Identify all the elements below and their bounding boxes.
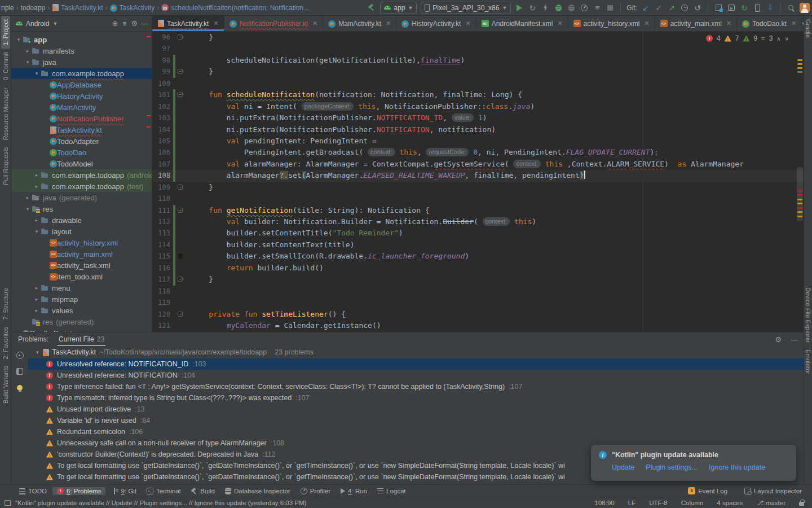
stripe-mark[interactable] [797,199,802,200]
tree-collapsed-arrow-icon[interactable]: ▸ [33,183,41,189]
code-line-116[interactable]: 116 return builder.build() [152,262,804,274]
tree-item-com-example-todoapp[interactable]: ▸com.example.todoapp(test) [11,181,152,192]
close-icon[interactable]: ✕ [465,20,470,27]
breadcrumb-item[interactable]: mscheduleNotificaiton(notification: Noti… [161,4,309,12]
gutter-line-number[interactable]: 98 [152,55,171,66]
editor-tab-taskactivity-kt[interactable]: TaskActivity.kt✕ [152,16,224,31]
toolwindow-button-gradle[interactable]: Gradle [804,16,812,41]
code-line-103[interactable]: 103 ni.putExtra(NotificationPublisher.NO… [152,112,804,124]
fold-marker-icon[interactable]: – [178,312,183,317]
stripe-mark[interactable] [797,59,802,61]
tree-item-com-example-todoapp[interactable]: ▸com.example.todoapp(androidTest) [11,169,152,181]
gutter-fold-area[interactable] [175,170,186,181]
code-line-98[interactable]: 98 scheduleNotificaiton(getNotification(… [152,55,804,66]
toolwindow-button-profiler[interactable]: Profiler [296,487,335,495]
code-line-104[interactable]: 104 ni.putExtra(NotificationPublisher.NO… [152,124,804,135]
code-line-121[interactable]: 121 myCalendar = Calendar.getInstance() [152,320,804,331]
editor-tab-activity-main-xml[interactable]: <>activity_main.xml✕ [655,16,738,31]
tree-item-mipmap[interactable]: ▸mipmap [11,294,152,305]
gutter-line-number[interactable]: 113 [152,227,171,239]
tree-item-activity-main-xml[interactable]: <>activity_main.xml [11,248,152,260]
toolwindow-button-pull-requests[interactable]: Pull Requests [1,143,10,189]
tree-item-java[interactable]: ▸java(generated) [11,192,152,203]
layout-inspector-icon[interactable] [714,2,723,14]
tree-item-menu[interactable]: ▸menu [11,282,152,294]
stripe-mark[interactable] [797,63,802,65]
code-line-109[interactable]: 109– } [152,182,804,193]
notification-action-update[interactable]: Update [612,463,634,471]
tree-item-drawable[interactable]: ▸drawable [11,214,152,226]
toolwindow-button-database-inspector[interactable]: Database Inspector [220,487,295,495]
gutter-line-number[interactable]: 101 [152,89,171,100]
tree-collapsed-arrow-icon[interactable]: ▸ [33,217,41,223]
apply-changes-icon[interactable]: ↻ [528,2,537,14]
apply-code-changes-icon[interactable] [541,2,550,14]
code-line-101[interactable]: 101– fun scheduleNotificaiton(notificati… [152,89,804,100]
chevron-down-icon[interactable]: ▼ [52,21,58,27]
error-stripe[interactable] [796,32,804,332]
attach-debugger-icon[interactable]: ≡ [593,2,602,14]
gear-icon[interactable]: ⚙ [775,335,782,344]
stripe-mark[interactable] [797,207,802,209]
fold-marker-icon[interactable]: – [178,92,183,97]
gutter-line-number[interactable]: 115 [152,251,171,262]
close-icon[interactable]: ✕ [312,20,317,27]
project-view-selector[interactable]: Android [26,20,49,28]
fold-marker-icon[interactable]: – [178,277,183,282]
toolwindow-button-9--git[interactable]: 9: Git [107,487,141,495]
gutter-fold-area[interactable] [175,78,186,89]
gutter-fold-area[interactable] [175,55,186,66]
toolwindow-button-terminal[interactable]: Terminal [142,487,185,495]
inspection-filter-icon[interactable] [16,352,24,359]
indent-setting[interactable]: 4 spaces [717,500,743,506]
git-update-icon[interactable]: ↙ [641,2,650,14]
toolwindow-button-event-log[interactable]: 6Event Log [683,487,732,495]
tree-item-historyactivity[interactable]: HistoryActivity [11,90,152,102]
collapse-all-icon[interactable]: ⌆ [121,19,127,28]
editor-tab-activity-history-xml[interactable]: <>activity_history.xml✕ [568,16,655,31]
gutter-fold-area[interactable] [175,320,186,331]
fold-marker-icon[interactable]: – [178,34,183,40]
editor-tab-tododao-kt[interactable]: TodoDao.kt✕ [737,16,802,31]
gutter-fold-area[interactable]: – [175,89,186,100]
gutter-fold-area[interactable]: – [175,205,186,216]
quick-fix-bulb-icon[interactable] [17,385,23,391]
device-manager-icon[interactable] [753,2,762,14]
stripe-mark[interactable] [797,71,802,73]
toolwindow-button----commit[interactable]: 0: Commit [1,49,10,84]
code-line-105[interactable]: 105 val pendingIntent: PendingIntent = [152,135,804,147]
attach-profiler-icon[interactable] [567,2,576,14]
stripe-mark[interactable] [797,203,802,204]
gutter-line-number[interactable]: 111 [152,205,171,216]
editor-tab-notificationpublisher-kt[interactable]: NotificationPublisher.kt✕ [224,16,324,31]
gutter-line-number[interactable]: 105 [152,135,171,147]
close-icon[interactable]: ✕ [726,20,731,27]
gutter-fold-area[interactable]: – [175,182,186,193]
gutter-fold-area[interactable] [175,286,186,297]
tree-item-notificationpublisher[interactable]: NotificationPublisher [11,113,152,124]
file-encoding[interactable]: UTF-8 [649,500,668,506]
problem-row[interactable]: !Type mismatch: inferred type is String … [28,392,804,404]
hide-panel-icon[interactable]: — [791,335,798,344]
problems-file-group[interactable]: ▾TaskActivity.kt~/TodoKotlin/app/src/mai… [28,346,804,358]
toolwindow-button-6--problems[interactable]: !6: Problems [52,487,105,495]
gutter-line-number[interactable]: 114 [152,239,171,251]
tree-item-tododao[interactable]: TodoDao [11,147,152,158]
tree-item-taskactivity-kt[interactable]: TaskActivity.kt [11,124,152,135]
gutter-fold-area[interactable]: – [175,274,186,285]
gutter-line-number[interactable]: 107 [152,159,171,170]
tree-item-manifests[interactable]: ▸manifests [11,45,152,56]
toolwindow-button-todo[interactable]: TODO [15,487,51,495]
git-commit-icon[interactable]: ✓ [654,2,663,14]
open-in-preview-icon[interactable] [16,368,23,375]
tree-expanded-arrow-icon[interactable]: ▾ [33,229,41,234]
code-line-106[interactable]: 106 PendingIntent.getBroadcast( context:… [152,147,804,158]
gutter-fold-area[interactable] [175,135,186,147]
chevron-down-icon[interactable]: ▾ [36,349,39,355]
stripe-mark[interactable] [797,211,802,213]
toolwindow-button----favorites[interactable]: 2: Favorites [1,323,10,362]
close-icon[interactable]: ✕ [644,20,649,27]
debug-icon[interactable] [554,2,563,14]
breadcrumb-item[interactable]: TaskActivity.kt [52,4,103,12]
tree-expanded-arrow-icon[interactable]: ▾ [33,71,41,76]
